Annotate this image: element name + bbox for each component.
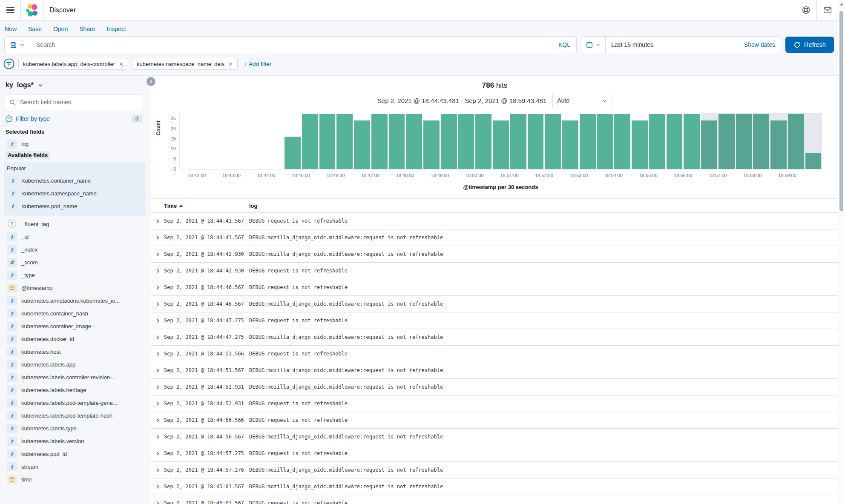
field-item-kubernetes.labels.version[interactable]: tkubernetes.labels.version <box>5 435 143 447</box>
interval-select[interactable]: Auto <box>552 93 612 108</box>
add-filter-button[interactable]: + Add filter <box>244 61 271 67</box>
newsfeed-button[interactable] <box>816 0 838 20</box>
histogram-bar[interactable] <box>371 114 388 169</box>
table-row[interactable]: Sep 2, 2021 @ 18:45:01.567DEBUG request … <box>151 495 838 504</box>
nav-link-new[interactable]: New <box>5 26 17 32</box>
table-row[interactable]: Sep 2, 2021 @ 18:44:41.567DEBUG request … <box>151 213 838 229</box>
field-item-kubernetes.container_name[interactable]: tkubernetes.container_name <box>6 174 143 187</box>
histogram-bar[interactable] <box>719 114 735 169</box>
histogram-bar[interactable] <box>336 114 353 169</box>
logo-cell[interactable] <box>21 0 43 20</box>
remove-filter-icon[interactable] <box>228 62 233 66</box>
time-column-header[interactable]: Time <box>164 203 249 209</box>
field-item-_fluent_tag[interactable]: ?_fluent_tag <box>5 218 143 230</box>
table-row[interactable]: Sep 2, 2021 @ 18:44:52.931DEBUG:mozilla_… <box>151 379 838 395</box>
histogram-bar[interactable] <box>319 114 336 169</box>
search-input[interactable] <box>30 41 552 48</box>
table-row[interactable]: Sep 2, 2021 @ 18:44:46.567DEBUG:mozilla_… <box>151 296 838 312</box>
expand-row-button[interactable] <box>151 285 164 290</box>
table-row[interactable]: Sep 2, 2021 @ 18:44:57.276DEBUG:mozilla_… <box>151 462 838 478</box>
expand-row-button[interactable] <box>151 351 164 357</box>
nav-link-share[interactable]: Share <box>79 26 95 32</box>
table-row[interactable]: Sep 2, 2021 @ 18:44:57.275DEBUG request … <box>151 445 838 462</box>
histogram-bar[interactable] <box>805 153 822 169</box>
histogram-bar[interactable] <box>736 114 752 169</box>
date-quick-menu-button[interactable] <box>581 37 606 53</box>
field-item-kubernetes.labels.type[interactable]: tkubernetes.labels.type <box>5 422 143 435</box>
available-fields-heading[interactable]: Available fields <box>5 150 143 161</box>
field-item-kubernetes.container_image[interactable]: tkubernetes.container_image <box>5 320 143 332</box>
expand-row-button[interactable] <box>151 368 164 373</box>
histogram-bar[interactable] <box>493 120 509 169</box>
field-item-time[interactable]: time <box>5 473 143 486</box>
histogram-bar[interactable] <box>701 120 717 169</box>
table-row[interactable]: Sep 2, 2021 @ 18:44:41.567DEBUG:mozilla_… <box>151 229 838 246</box>
histogram-bar[interactable] <box>406 114 422 169</box>
histogram-bar[interactable] <box>458 114 474 169</box>
field-item-kubernetes.host[interactable]: tkubernetes.host <box>5 345 143 358</box>
field-item-kubernetes.docker_id[interactable]: tkubernetes.docker_id <box>5 332 143 345</box>
table-row[interactable]: Sep 2, 2021 @ 18:44:47.275DEBUG request … <box>151 312 838 329</box>
histogram-bar[interactable] <box>632 120 648 169</box>
table-row[interactable]: Sep 2, 2021 @ 18:44:42.930DEBUG request … <box>151 263 838 279</box>
table-row[interactable]: Sep 2, 2021 @ 18:44:56.567DEBUG:mozilla_… <box>151 429 838 445</box>
collapse-sidebar-button[interactable] <box>147 77 155 86</box>
histogram-bar[interactable] <box>649 114 665 169</box>
time-range-value[interactable]: Last 15 minutes <box>606 41 739 48</box>
field-item-kubernetes.labels.heritage[interactable]: tkubernetes.labels.heritage <box>5 384 143 396</box>
remove-filter-icon[interactable] <box>119 62 124 66</box>
table-row[interactable]: Sep 2, 2021 @ 18:44:52.931DEBUG request … <box>151 395 838 412</box>
filter-options-icon[interactable] <box>3 58 14 69</box>
log-column-header[interactable]: log <box>249 203 838 209</box>
histogram-bar[interactable] <box>354 120 370 169</box>
table-row[interactable]: Sep 2, 2021 @ 18:45:01.567DEBUG:mozilla_… <box>151 478 838 495</box>
field-item-kubernetes.namespace_name[interactable]: tkubernetes.namespace_name <box>6 187 143 200</box>
field-item-kubernetes.labels.pod-template-gene...[interactable]: tkubernetes.labels.pod-template-gene... <box>5 396 143 409</box>
expand-row-button[interactable] <box>151 467 164 473</box>
expand-row-button[interactable] <box>151 484 164 490</box>
page-scrollbar[interactable] <box>838 0 845 504</box>
field-item-kubernetes.container_hash[interactable]: tkubernetes.container_hash <box>5 307 143 320</box>
expand-row-button[interactable] <box>151 218 164 224</box>
scrollbar-thumb[interactable] <box>839 11 843 211</box>
field-item-stream[interactable]: tstream <box>5 460 143 473</box>
field-item-@timestamp[interactable]: @timestamp <box>5 281 143 294</box>
expand-row-button[interactable] <box>151 268 164 274</box>
histogram-bar[interactable] <box>753 114 769 169</box>
histogram-bar[interactable] <box>614 114 630 169</box>
expand-row-button[interactable] <box>151 451 164 456</box>
field-item-log[interactable]: tlog <box>5 137 143 150</box>
histogram-bar[interactable] <box>770 120 787 169</box>
histogram-bar[interactable] <box>667 114 683 169</box>
expand-row-button[interactable] <box>151 418 164 423</box>
histogram-bar[interactable] <box>562 120 578 169</box>
menu-button[interactable] <box>0 0 21 20</box>
help-button[interactable] <box>795 0 816 20</box>
expand-row-button[interactable] <box>151 434 164 440</box>
table-row[interactable]: Sep 2, 2021 @ 18:44:42.930DEBUG:mozilla_… <box>151 246 838 263</box>
table-row[interactable]: Sep 2, 2021 @ 18:44:46.567DEBUG request … <box>151 279 838 296</box>
expand-row-button[interactable] <box>151 384 164 390</box>
histogram-bar[interactable] <box>597 114 613 169</box>
filter-pill[interactable]: kubernetes.namespace_name: deis <box>132 58 238 70</box>
histogram-bar[interactable] <box>389 114 405 169</box>
expand-row-button[interactable] <box>151 401 164 407</box>
histogram-bar[interactable] <box>441 114 457 169</box>
expand-row-button[interactable] <box>151 318 164 324</box>
histogram-bar[interactable] <box>528 114 544 169</box>
saved-query-menu-button[interactable] <box>5 37 30 53</box>
field-item-kubernetes.annotations.kubernetes_io...[interactable]: tkubernetes.annotations.kubernetes_io... <box>5 294 143 307</box>
histogram-bar[interactable] <box>423 120 440 169</box>
expand-row-button[interactable] <box>151 501 164 504</box>
field-item-_id[interactable]: t_id <box>5 230 143 243</box>
histogram-bar[interactable] <box>580 114 596 169</box>
nav-link-open[interactable]: Open <box>53 26 68 32</box>
histogram-bar[interactable] <box>302 114 318 169</box>
kql-language-button[interactable]: KQL <box>552 41 576 48</box>
table-row[interactable]: Sep 2, 2021 @ 18:44:56.566DEBUG request … <box>151 412 838 429</box>
field-item-_score[interactable]: #_score <box>5 256 143 269</box>
show-dates-button[interactable]: Show dates <box>739 41 781 48</box>
expand-row-button[interactable] <box>151 335 164 340</box>
field-item-_index[interactable]: t_index <box>5 243 143 256</box>
histogram-bar[interactable] <box>788 114 804 169</box>
